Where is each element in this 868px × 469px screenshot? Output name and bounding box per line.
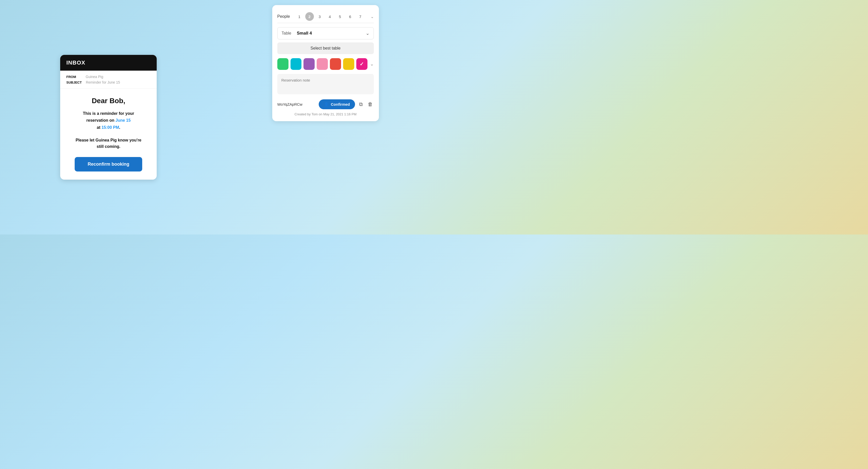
people-num-5[interactable]: 5 bbox=[336, 12, 344, 21]
table-label: Table bbox=[282, 31, 297, 35]
bottom-row: WoYqZApRCw 👤 Confirmed ⧉ 🗑 bbox=[277, 99, 374, 109]
reminder-line2: reservation on bbox=[86, 118, 116, 122]
people-label: People bbox=[277, 14, 292, 19]
color-swatch-purple[interactable] bbox=[304, 58, 315, 70]
email-meta: FROM Guinea Pig SUBJECT Reminder for Jun… bbox=[60, 70, 157, 89]
table-value: Small 4 bbox=[297, 31, 366, 36]
created-info: Created by Tom on May 21, 2021 1:16 PM bbox=[277, 112, 374, 116]
select-best-button[interactable]: Select best table bbox=[277, 42, 374, 54]
color-swatch-hot-pink[interactable]: ✓ bbox=[356, 58, 368, 70]
checkmark-icon: ✓ bbox=[360, 61, 364, 67]
trash-icon[interactable]: 🗑 bbox=[367, 100, 374, 108]
people-num-1[interactable]: 1 bbox=[295, 12, 304, 21]
reservation-note-input[interactable] bbox=[277, 74, 374, 94]
people-num-6[interactable]: 6 bbox=[346, 12, 354, 21]
email-reminder: This is a reminder for your reservation … bbox=[66, 110, 151, 131]
subject-row: SUBJECT Reminder for June 15 bbox=[66, 80, 151, 84]
copy-icon[interactable]: ⧉ bbox=[358, 100, 364, 108]
person-icon: 👤 bbox=[324, 102, 329, 107]
color-swatch-red[interactable] bbox=[330, 58, 341, 70]
people-numbers: 1234567 bbox=[295, 12, 368, 21]
reconfirm-button[interactable]: Reconfirm booking bbox=[75, 157, 142, 172]
confirmed-button[interactable]: 👤 Confirmed bbox=[319, 99, 355, 109]
reminder-at: at bbox=[97, 125, 101, 129]
people-num-3[interactable]: 3 bbox=[315, 12, 324, 21]
right-panel: People 1234567 ⌄ Table Small 4 ⌄ Select … bbox=[217, 0, 434, 235]
inbox-title: INBOX bbox=[66, 59, 85, 66]
colors-row: ✓⌄ bbox=[277, 58, 374, 70]
table-row: Table Small 4 ⌄ bbox=[277, 27, 374, 39]
people-num-4[interactable]: 4 bbox=[326, 12, 334, 21]
subject-label: SUBJECT bbox=[66, 81, 82, 84]
people-num-7[interactable]: 7 bbox=[356, 12, 365, 21]
color-swatch-cyan[interactable] bbox=[290, 58, 302, 70]
people-num-2[interactable]: 2 bbox=[305, 12, 314, 21]
email-card: INBOX FROM Guinea Pig SUBJECT Reminder f… bbox=[60, 55, 157, 180]
reminder-period: . bbox=[119, 125, 120, 129]
cta-text: Please let Guinea Pig know you'restill c… bbox=[66, 137, 151, 150]
email-body: Dear Bob, This is a reminder for your re… bbox=[60, 89, 157, 180]
color-swatch-yellow[interactable] bbox=[343, 58, 354, 70]
reminder-time: 15:00 PM bbox=[101, 125, 119, 129]
people-row: People 1234567 ⌄ bbox=[277, 10, 374, 23]
confirmed-label: Confirmed bbox=[331, 102, 350, 107]
colors-more-chevron-icon[interactable]: ⌄ bbox=[370, 61, 374, 67]
left-panel: INBOX FROM Guinea Pig SUBJECT Reminder f… bbox=[0, 0, 217, 235]
reservation-card: People 1234567 ⌄ Table Small 4 ⌄ Select … bbox=[272, 5, 379, 121]
table-chevron-icon[interactable]: ⌄ bbox=[366, 30, 370, 36]
email-greeting: Dear Bob, bbox=[66, 97, 151, 105]
from-label: FROM bbox=[66, 75, 82, 79]
reminder-date: June 15 bbox=[116, 118, 131, 122]
color-swatch-green[interactable] bbox=[277, 58, 288, 70]
booking-id: WoYqZApRCw bbox=[277, 102, 316, 107]
color-swatch-pink[interactable] bbox=[317, 58, 328, 70]
from-value: Guinea Pig bbox=[86, 75, 103, 79]
subject-value: Reminder for June 15 bbox=[86, 80, 120, 84]
email-header: INBOX bbox=[60, 55, 157, 70]
from-row: FROM Guinea Pig bbox=[66, 75, 151, 79]
people-chevron-icon[interactable]: ⌄ bbox=[371, 14, 374, 19]
reminder-line1: This is a reminder for your bbox=[83, 111, 134, 116]
